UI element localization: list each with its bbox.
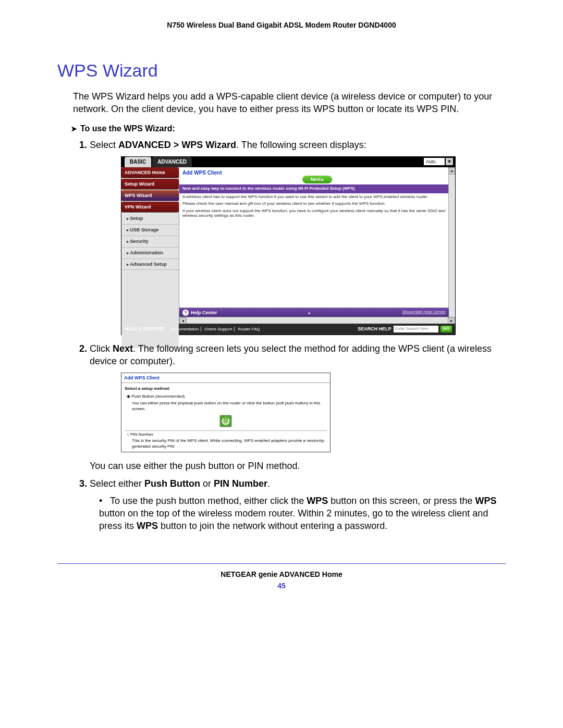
language-select[interactable]: Auto — [424, 158, 445, 165]
step-3: Select either Push Button or PIN Number.… — [90, 477, 506, 532]
page-number: 45 — [57, 582, 506, 590]
section-title: WPS Wizard — [57, 60, 506, 81]
step3-b2: PIN Number — [214, 478, 267, 489]
sidebar-item-setup[interactable]: Setup — [121, 213, 179, 225]
horizontal-scrollbar[interactable]: ◂ ▸ — [179, 317, 455, 324]
content-p2: Please check the user manual and gift bo… — [179, 200, 455, 207]
content-p3: If your wireless client does not support… — [179, 207, 455, 219]
step3-pre: Select either — [90, 478, 144, 489]
help-support-label: HELP & SUPPORT — [125, 326, 166, 331]
shot2-subheading: Select a setup method: — [125, 386, 327, 392]
step3-b1: Push Button — [144, 478, 200, 489]
step3-bullet: To use the push button method, either cl… — [99, 495, 506, 533]
documentation-link[interactable]: Documentation — [170, 327, 199, 331]
step1-bold: ADVANCED > WPS Wizard — [118, 140, 236, 150]
step2-pre: Click — [90, 343, 113, 354]
after-shot2-text: You can use either the push button or PI… — [90, 460, 506, 472]
tab-advanced[interactable]: ADVANCED — [152, 157, 192, 167]
search-input[interactable]: Enter Search Item — [394, 326, 438, 332]
step-2: Click Next. The following screen lets yo… — [90, 342, 506, 473]
step2-post: . The following screen lets you select t… — [90, 343, 492, 366]
bullet-t2: button on this screen, or press the — [328, 496, 475, 506]
scroll-left-icon[interactable]: ◂ — [179, 317, 187, 324]
sidebar-empty — [121, 270, 179, 348]
radio-pin-number-label: PIN Number — [130, 432, 153, 437]
divider — [125, 430, 327, 431]
sidebar-item-security[interactable]: Security — [121, 236, 179, 248]
screenshot-select-method: Add WPS Client Select a setup method: ◉ … — [121, 373, 331, 452]
bullet-t4: button to join the network without enter… — [158, 521, 387, 531]
bullet-b1: WPS — [307, 496, 328, 506]
online-support-link[interactable]: Online Support — [204, 327, 232, 331]
collapse-icon[interactable]: ▴ — [308, 310, 311, 316]
show-hide-help-link[interactable]: Show/Hide Help Center — [402, 310, 446, 315]
bullet-b3: WPS — [137, 521, 158, 531]
next-button[interactable]: Next — [302, 176, 333, 183]
radio-push-button-label: Push Button (recommended) — [131, 394, 185, 399]
top-tab-bar: BASIC ADVANCED Auto ▼ — [121, 157, 455, 167]
procedure-heading: To use the WPS Wizard: — [71, 124, 506, 133]
search-help-label: SEARCH HELP — [358, 326, 391, 332]
push-button-description: You can either press the physical push b… — [132, 401, 327, 412]
bullet-t1: To use the push button method, either cl… — [110, 496, 307, 506]
help-icon: ? — [182, 310, 189, 316]
footer-chapter-label: NETGEAR genie ADVANCED Home — [57, 570, 506, 578]
step1-post: . The following screen displays: — [236, 140, 366, 150]
radio-push-button[interactable]: ◉ Push Button (recommended) — [127, 394, 327, 400]
sidebar-item-advanced-home[interactable]: ADVANCED Home — [121, 167, 179, 178]
sidebar-nav: ADVANCED Home Setup Wizard WPS Wizard VP… — [121, 167, 179, 324]
language-dropdown-icon[interactable]: ▼ — [446, 158, 453, 165]
sidebar-item-administration[interactable]: Administration — [121, 248, 179, 259]
footer-rule — [57, 563, 506, 564]
content-subheading: New and easy way to connect to the wirel… — [179, 184, 455, 193]
scroll-right-icon[interactable]: ▸ — [448, 317, 455, 324]
wps-soft-button-icon[interactable] — [219, 415, 232, 427]
scroll-up-icon[interactable]: ▴ — [449, 167, 455, 175]
help-center-bar[interactable]: ? Help Center ▴ Show/Hide Help Center — [179, 307, 449, 317]
vertical-scrollbar[interactable]: ▴ — [448, 167, 455, 324]
shot2-title: Add WPS Client — [121, 373, 330, 383]
step3-mid: or — [200, 478, 214, 489]
tab-basic[interactable]: BASIC — [125, 157, 151, 167]
sidebar-item-setup-wizard[interactable]: Setup Wizard — [121, 179, 179, 190]
bullet-b2: WPS — [475, 496, 496, 506]
step-1: Select ADVANCED > WPS Wizard. The follow… — [90, 139, 506, 335]
go-button[interactable]: GO — [440, 326, 452, 332]
step3-post: . — [267, 478, 270, 489]
pin-number-description: This is the security PIN of the WPS clie… — [132, 438, 327, 450]
sidebar-item-vpn-wizard[interactable]: VPN Wizard — [121, 202, 179, 213]
content-p1: A wireless client has to support the WPS… — [179, 193, 455, 200]
help-center-label: Help Center — [191, 310, 217, 316]
help-support-links: HELP & SUPPORT Documentation| Online Sup… — [125, 326, 262, 332]
doc-header-title: N750 Wireless Dual Band Gigabit ADSL Mod… — [57, 21, 506, 29]
radio-pin-number[interactable]: ○ PIN Number — [127, 432, 327, 438]
intro-paragraph: The WPS Wizard helps you add a WPS-capab… — [73, 90, 506, 116]
router-faq-link[interactable]: Router FAQ — [238, 327, 260, 331]
content-pane: Add WPS Client Next New and easy way to … — [179, 167, 455, 324]
screenshot-wps-wizard: BASIC ADVANCED Auto ▼ ADVANCED Home Setu… — [121, 156, 456, 335]
sidebar-item-wps-wizard[interactable]: WPS Wizard — [121, 190, 179, 201]
step1-pre: Select — [90, 140, 118, 150]
sidebar-item-usb-storage[interactable]: USB Storage — [121, 225, 179, 236]
sidebar-item-advanced-setup[interactable]: Advanced Setup — [121, 259, 179, 270]
step2-bold: Next — [113, 343, 133, 354]
